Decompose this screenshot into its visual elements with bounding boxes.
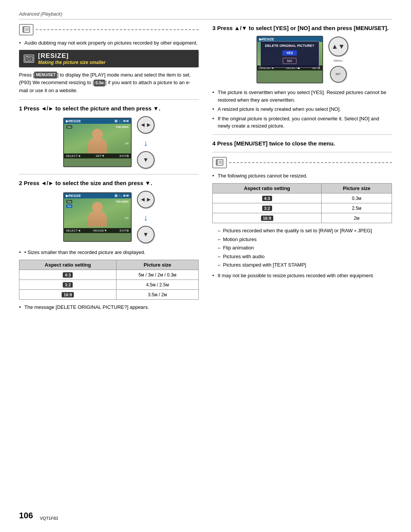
step2-size1: 8м [66, 200, 72, 203]
table1-sizes-32: 4.5м / 2.5м [116, 280, 199, 290]
top-note-row [19, 24, 199, 35]
breadcrumb: Advanced (Playback) [19, 11, 392, 19]
dash-item-1: Pictures recorded when the quality is se… [218, 227, 392, 235]
step3-screen-row: ▶RESIZE DELETE ORIGINAL PICTURE? YES NO [212, 36, 392, 83]
svg-point-6 [27, 58, 30, 61]
table1-col1-header: Aspect ratio setting [19, 260, 116, 270]
step4-heading: 4 Press [MENU/SET] twice to close the me… [212, 139, 392, 147]
step3-dpad-arrows: ▲▼ [331, 43, 345, 51]
step1-text: 1 Press ◄/► to select the picture and th… [19, 105, 160, 112]
step2-fraction: 1/6 [124, 216, 129, 220]
dash-item-5: Pictures stamped with [TEXT STAMP] [218, 261, 392, 269]
table2-row-32: 3:2 2.5м [213, 203, 392, 213]
step1-bottom-bar: SELECT◄ SET▼ EXIT⊞ [64, 153, 131, 158]
step2-lr-arrows: ◄► [140, 197, 152, 203]
dash-item-3: Flip animation [218, 244, 392, 252]
divider-3 [212, 134, 392, 135]
step2-resize: RESIZE▼ [93, 229, 107, 232]
right-bullet-1: The picture is overwritten when you sele… [212, 89, 392, 104]
cannot-resize-item: The following pictures cannot be resized… [212, 172, 392, 180]
menu-label: MENU [334, 59, 343, 63]
step1-controls: ◄► ↓ ▼ [137, 116, 155, 169]
resize-title: [RESIZE] [38, 52, 105, 60]
table1-row-43: 4:3 5м / 3м / 2м / 0.3м [19, 270, 199, 280]
bottom-note-icon-box [212, 157, 227, 168]
table2-aspect-43: 4:3 [213, 193, 322, 203]
step3-resize-label: ▶RESIZE [259, 37, 274, 41]
dash-list: Pictures recorded when the quality is se… [218, 227, 392, 269]
step2-heading: 2 Press ◄/► to select the size and then … [19, 179, 199, 187]
delete-note-item: The message [DELETE ORIGINAL PICTURE?] a… [19, 304, 199, 311]
step2-fileid: T00-0001 [116, 200, 129, 203]
badge2-43: 4:3 [262, 196, 272, 201]
size-badge-03m: 0.3м [94, 80, 105, 86]
step1-fileid: T00-0001 [116, 125, 129, 129]
sizes-note-item: • Sizes smaller than the recorded pictur… [19, 249, 199, 256]
table2-row-43: 4:3 0.3м [213, 193, 392, 203]
divider-4 [212, 152, 392, 152]
top-note-text: Audio dubbing may not work properly on p… [19, 39, 199, 47]
badge2-169: 16:9 [261, 216, 273, 221]
top-note-item: Audio dubbing may not work properly on p… [19, 39, 199, 47]
page: Advanced (Playback) Audio dubbing [0, 0, 411, 532]
set-button: SET [330, 66, 347, 83]
step2-arrow-down: ↓ [144, 213, 148, 223]
step1-ud-arrows: ▼ [143, 157, 149, 163]
table1-aspect-32: 3:2 [19, 280, 116, 290]
svg-rect-9 [216, 160, 218, 165]
resize-subtitle: Making the picture size smaller [38, 60, 105, 65]
badge-32: 3:2 [63, 282, 73, 288]
step1-select: SELECT◄ [66, 154, 81, 158]
step1-dpad-ud: ▼ [137, 151, 155, 169]
page-number: 106 [19, 511, 33, 521]
right-bullet-2: A resized picture is newly created when … [212, 105, 392, 113]
step2-lcd-screen: ▶RESIZE ⊞ ↑↓ ≋≋ T00-0001 8м 5м 1/6 [63, 192, 132, 242]
step2-select: SELECT◄ [66, 229, 81, 232]
step2-ud-arrows: ▼ [143, 232, 149, 238]
step2-text: 2 Press ◄/► to select the size and then … [19, 180, 152, 186]
table1-sizes-169: 3.5м / 2м [116, 290, 199, 300]
step3-dpad: ▲▼ [328, 37, 348, 56]
step2-controls: ◄► ↓ ▼ [137, 191, 155, 243]
note-book-icon [22, 26, 30, 33]
step2-photo-area: T00-0001 8м 5м 1/6 [64, 198, 131, 228]
table2-col2-header: Picture size [322, 184, 392, 193]
table2-size-43: 0.3м [322, 193, 392, 203]
set-label: SET [336, 73, 341, 75]
final-bullet-item: It may not be possible to resize picture… [212, 272, 392, 280]
dashes-line [36, 29, 199, 30]
menu-badge: MENU/SET [34, 72, 57, 78]
badge-43: 4:3 [63, 272, 73, 278]
badge2-32: 3:2 [262, 206, 272, 211]
camera-icon [25, 56, 33, 62]
table1-aspect-43: 4:3 [19, 270, 116, 280]
delete-note: The message [DELETE ORIGINAL PICTURE?] a… [19, 304, 199, 311]
step1-arrow-down: ↓ [144, 138, 148, 148]
left-column: Audio dubbing may not work properly on p… [19, 24, 199, 314]
step3-text: 3 Press ▲/▼ to select [YES] or [NO] and … [212, 25, 389, 31]
table1-aspect-169: 16:9 [19, 290, 116, 300]
step1-heading: 1 Press ◄/► to select the picture and th… [19, 104, 199, 112]
yes-button-display: YES [282, 50, 297, 56]
table1-row-32: 3:2 4.5м / 2.5м [19, 280, 199, 290]
table2-row-169: 16:9 2м [213, 213, 392, 223]
resize-title-block: [RESIZE] Making the picture size smaller [38, 52, 105, 65]
dialog-title: DELETE ORIGINAL PICTURE? [263, 44, 317, 48]
dash-item-4: Pictures with audio [218, 253, 392, 260]
step1-photo-area: T00-0001 8м 1/6 [64, 124, 131, 153]
aspect-table-1: Aspect ratio setting Picture size 4:3 5м… [19, 260, 199, 300]
dash-item-2: Motion pictures [218, 236, 392, 243]
table2-size-32: 2.5м [322, 203, 392, 213]
bottom-note-book-icon [215, 159, 224, 166]
step2-dpad-ud: ▼ [137, 226, 155, 243]
step1-exit: EXIT⊞ [119, 154, 129, 158]
svg-rect-1 [23, 27, 24, 32]
dialog-no: NO [263, 57, 317, 65]
step2-screen-row: ▶RESIZE ⊞ ↑↓ ≋≋ T00-0001 8м 5м 1/6 [19, 191, 199, 243]
step3-controls: ▲▼ MENU SET [328, 37, 348, 83]
model-number: VQT1F83 [40, 516, 58, 521]
no-button-display: NO [283, 58, 296, 64]
table1-col2-header: Picture size [116, 260, 199, 270]
final-bullet: It may not be possible to resize picture… [212, 272, 392, 280]
step2-resize-label: ▶RESIZE [66, 194, 81, 198]
